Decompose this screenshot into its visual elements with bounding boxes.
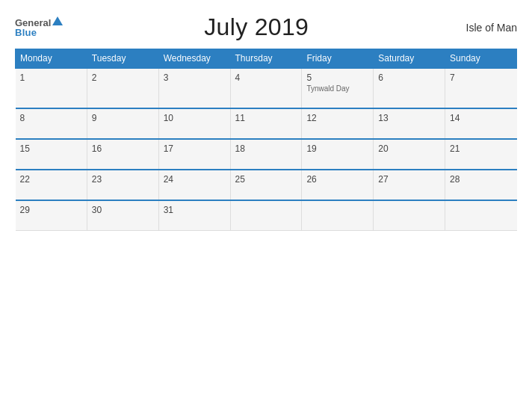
logo-general-text: General xyxy=(15,18,51,28)
day-number: 15 xyxy=(20,143,82,154)
header: General Blue July 2019 Isle of Man xyxy=(15,13,517,41)
day-number: 22 xyxy=(20,174,82,185)
calendar-cell: 1 xyxy=(16,68,87,108)
day-number: 26 xyxy=(306,174,368,185)
calendar-cell: 19 xyxy=(302,139,374,170)
calendar-cell xyxy=(302,200,374,231)
day-number: 2 xyxy=(92,72,154,83)
day-number: 18 xyxy=(235,143,297,154)
calendar-cell: 3 xyxy=(158,68,230,108)
day-number: 27 xyxy=(378,174,440,185)
day-number: 29 xyxy=(20,205,82,215)
weekday-header-row: MondayTuesdayWednesdayThursdayFridaySatu… xyxy=(16,49,517,69)
calendar-cell: 9 xyxy=(87,108,158,139)
calendar-cell: 16 xyxy=(87,139,158,170)
logo-blue-text: Blue xyxy=(15,28,37,37)
calendar-cell: 25 xyxy=(230,170,302,200)
calendar-cell: 29 xyxy=(16,200,87,231)
day-number: 28 xyxy=(450,174,512,185)
calendar-cell xyxy=(230,200,302,231)
weekday-header-wednesday: Wednesday xyxy=(158,49,230,69)
calendar-cell xyxy=(374,200,445,231)
day-number: 14 xyxy=(450,113,512,123)
calendar-cell xyxy=(445,200,517,231)
day-number: 12 xyxy=(306,113,368,123)
day-number: 11 xyxy=(235,113,297,123)
calendar-cell: 10 xyxy=(158,108,230,139)
day-number: 5 xyxy=(306,72,368,83)
calendar-cell: 28 xyxy=(445,170,517,200)
holiday-label: Tynwald Day xyxy=(306,84,368,93)
calendar-cell: 13 xyxy=(374,108,445,139)
weekday-header-sunday: Sunday xyxy=(445,49,517,69)
calendar-cell: 11 xyxy=(230,108,302,139)
day-number: 4 xyxy=(235,72,297,83)
day-number: 20 xyxy=(378,143,440,154)
calendar-cell: 22 xyxy=(16,170,87,200)
weekday-header-thursday: Thursday xyxy=(230,49,302,69)
calendar-cell: 15 xyxy=(16,139,87,170)
calendar-cell: 12 xyxy=(302,108,374,139)
calendar-cell: 4 xyxy=(230,68,302,108)
day-number: 16 xyxy=(92,143,154,154)
day-number: 8 xyxy=(20,113,82,123)
day-number: 7 xyxy=(450,72,512,83)
calendar-table: MondayTuesdayWednesdayThursdayFridaySatu… xyxy=(15,49,517,231)
calendar-cell: 26 xyxy=(302,170,374,200)
weekday-header-monday: Monday xyxy=(16,49,87,69)
day-number: 25 xyxy=(235,174,297,185)
day-number: 21 xyxy=(450,143,512,154)
day-number: 3 xyxy=(164,72,226,83)
day-number: 13 xyxy=(378,113,440,123)
day-number: 1 xyxy=(20,72,82,83)
weekday-header-tuesday: Tuesday xyxy=(87,49,158,69)
week-row-3: 15161718192021 xyxy=(16,139,517,170)
day-number: 10 xyxy=(164,113,226,123)
calendar-cell: 17 xyxy=(158,139,230,170)
calendar-cell: 24 xyxy=(158,170,230,200)
logo-triangle-icon xyxy=(52,16,63,25)
calendar-cell: 30 xyxy=(87,200,158,231)
calendar-cell: 27 xyxy=(374,170,445,200)
day-number: 24 xyxy=(164,174,226,185)
day-number: 19 xyxy=(306,143,368,154)
calendar-cell: 5Tynwald Day xyxy=(302,68,374,108)
logo: General Blue xyxy=(15,18,63,37)
calendar-title: July 2019 xyxy=(63,13,450,41)
calendar-cell: 18 xyxy=(230,139,302,170)
weekday-header-saturday: Saturday xyxy=(374,49,445,69)
weekday-header-friday: Friday xyxy=(302,49,374,69)
calendar-cell: 14 xyxy=(445,108,517,139)
calendar-cell: 2 xyxy=(87,68,158,108)
calendar-cell: 23 xyxy=(87,170,158,200)
calendar-page: General Blue July 2019 Isle of Man Monda… xyxy=(0,0,532,411)
day-number: 31 xyxy=(164,205,226,215)
region-label: Isle of Man xyxy=(450,22,517,34)
week-row-2: 891011121314 xyxy=(16,108,517,139)
day-number: 6 xyxy=(378,72,440,83)
week-row-4: 22232425262728 xyxy=(16,170,517,200)
week-row-1: 12345Tynwald Day67 xyxy=(16,68,517,108)
calendar-cell: 21 xyxy=(445,139,517,170)
calendar-cell: 31 xyxy=(158,200,230,231)
calendar-cell: 6 xyxy=(374,68,445,108)
calendar-cell: 8 xyxy=(16,108,87,139)
day-number: 30 xyxy=(92,205,154,215)
calendar-cell: 7 xyxy=(445,68,517,108)
week-row-5: 293031 xyxy=(16,200,517,231)
day-number: 23 xyxy=(92,174,154,185)
calendar-cell: 20 xyxy=(374,139,445,170)
day-number: 17 xyxy=(164,143,226,154)
day-number: 9 xyxy=(92,113,154,123)
